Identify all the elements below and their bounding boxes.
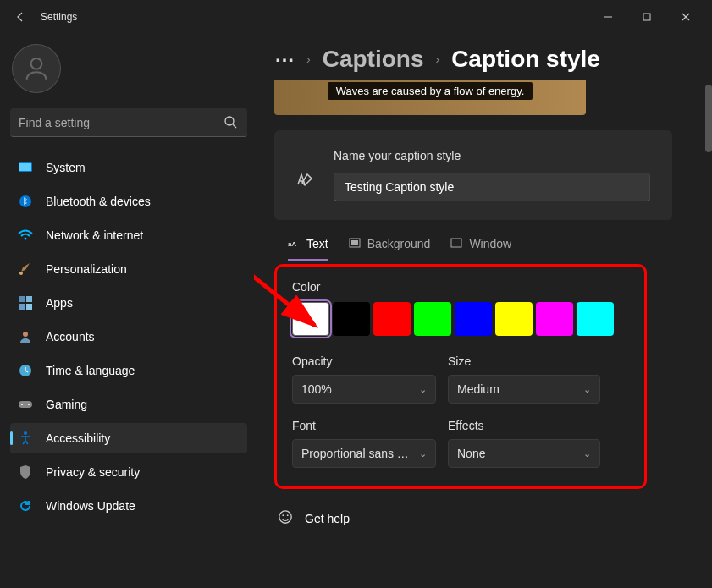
style-icon: [295, 168, 315, 191]
opacity-select[interactable]: 100% ⌄: [292, 375, 436, 404]
breadcrumb: … › Captions › Caption style: [274, 46, 695, 73]
minimize-button[interactable]: [588, 4, 627, 30]
window-icon: [450, 237, 462, 250]
opacity-value: 100%: [301, 382, 332, 396]
bluetooth-icon: [17, 193, 34, 210]
svg-rect-16: [19, 401, 32, 408]
sidebar-item-label: Gaming: [46, 398, 87, 411]
sidebar-item-label: Privacy & security: [46, 465, 140, 479]
font-select[interactable]: Proportional sans s… ⌄: [292, 439, 436, 468]
sidebar: System Bluetooth & devices Network & int…: [0, 34, 254, 588]
effects-value: None: [457, 447, 485, 460]
size-value: Medium: [457, 382, 500, 396]
svg-point-9: [19, 272, 23, 275]
svg-point-17: [21, 404, 23, 405]
tab-label: Text: [306, 237, 328, 250]
search-icon: [224, 115, 237, 132]
maximize-button[interactable]: [627, 4, 666, 30]
color-swatch-blue[interactable]: [455, 302, 492, 336]
update-icon: [17, 497, 34, 514]
sidebar-item-bluetooth[interactable]: Bluetooth & devices: [10, 186, 247, 217]
svg-rect-1: [643, 14, 650, 20]
color-swatch-red[interactable]: [373, 302, 411, 336]
caption-name-input[interactable]: [334, 173, 650, 201]
sidebar-item-gaming[interactable]: Gaming: [10, 389, 247, 420]
sidebar-item-label: Network & internet: [46, 228, 143, 242]
svg-point-27: [287, 514, 289, 516]
svg-rect-12: [19, 304, 25, 310]
titlebar: Settings: [0, 0, 712, 34]
sidebar-item-system[interactable]: System: [10, 152, 247, 183]
avatar[interactable]: [12, 44, 61, 93]
chevron-right-icon: ›: [435, 52, 439, 66]
app-title: Settings: [41, 11, 77, 23]
sidebar-item-personalization[interactable]: Personalization: [10, 254, 247, 284]
sidebar-item-accounts[interactable]: Accounts: [10, 321, 247, 352]
sidebar-item-privacy[interactable]: Privacy & security: [10, 457, 247, 487]
tab-label: Window: [469, 237, 511, 250]
color-swatch-black[interactable]: [333, 302, 370, 336]
sidebar-item-time[interactable]: Time & language: [10, 355, 247, 386]
tab-label: Background: [367, 237, 431, 250]
name-label: Name your caption style: [334, 149, 652, 162]
tab-text[interactable]: aA Text: [288, 237, 328, 261]
svg-rect-10: [19, 296, 25, 302]
svg-rect-24: [451, 239, 461, 247]
svg-point-2: [31, 58, 42, 69]
apps-icon: [17, 294, 34, 311]
color-swatch-magenta[interactable]: [536, 302, 573, 336]
shield-icon: [17, 464, 34, 481]
sidebar-item-update[interactable]: Windows Update: [10, 491, 247, 521]
search-input[interactable]: [10, 108, 247, 137]
svg-rect-11: [26, 296, 32, 302]
sidebar-item-network[interactable]: Network & internet: [10, 220, 247, 250]
breadcrumb-current: Caption style: [451, 46, 600, 73]
breadcrumb-parent[interactable]: Captions: [323, 46, 424, 73]
sidebar-item-label: Windows Update: [46, 499, 135, 513]
tabs: aA Text Background Window: [274, 225, 695, 261]
chevron-down-icon: ⌄: [419, 448, 427, 459]
color-swatch-white[interactable]: [292, 302, 329, 336]
sidebar-item-accessibility[interactable]: Accessibility: [10, 423, 247, 453]
effects-label: Effects: [448, 419, 600, 432]
sidebar-item-apps[interactable]: Apps: [10, 288, 247, 318]
svg-point-14: [23, 332, 28, 337]
text-icon: aA: [288, 237, 300, 250]
search-box: [10, 108, 247, 137]
chevron-down-icon: ⌄: [419, 384, 427, 395]
effects-select[interactable]: None ⌄: [448, 439, 600, 468]
text-settings-panel: Color Opacity 100% ⌄: [274, 264, 647, 489]
chevron-right-icon: ›: [306, 52, 311, 66]
help-label: Get help: [305, 512, 350, 525]
tab-background[interactable]: Background: [349, 237, 431, 261]
size-label: Size: [448, 354, 600, 368]
color-swatch-yellow[interactable]: [495, 302, 533, 336]
sidebar-item-label: System: [46, 161, 86, 174]
sidebar-item-label: Bluetooth & devices: [46, 195, 151, 208]
system-icon: [17, 159, 34, 176]
tab-window[interactable]: Window: [450, 237, 511, 261]
svg-rect-13: [26, 304, 32, 310]
font-label: Font: [292, 419, 436, 432]
breadcrumb-overflow[interactable]: …: [274, 43, 295, 67]
chevron-down-icon: ⌄: [583, 448, 591, 459]
caption-style-card: Name your caption style: [274, 130, 672, 220]
sidebar-item-label: Apps: [46, 296, 73, 310]
svg-point-19: [24, 431, 27, 435]
wifi-icon: [17, 227, 34, 244]
brush-icon: [17, 261, 34, 278]
preview-caption-text: Waves are caused by a flow of energy.: [328, 82, 533, 100]
gamepad-icon: [17, 396, 34, 413]
svg-point-26: [282, 514, 284, 516]
close-button[interactable]: [666, 4, 705, 30]
content-area: … › Captions › Caption style Waves are c…: [254, 34, 712, 588]
color-swatch-green[interactable]: [414, 302, 451, 336]
sidebar-item-label: Accessibility: [46, 431, 110, 445]
color-swatch-cyan[interactable]: [577, 302, 614, 336]
svg-rect-23: [351, 240, 358, 245]
scrollbar-thumb[interactable]: [705, 85, 712, 152]
size-select[interactable]: Medium ⌄: [448, 375, 600, 404]
get-help-link[interactable]: Get help: [274, 489, 695, 527]
accessibility-icon: [17, 430, 34, 447]
back-button[interactable]: [7, 3, 34, 30]
